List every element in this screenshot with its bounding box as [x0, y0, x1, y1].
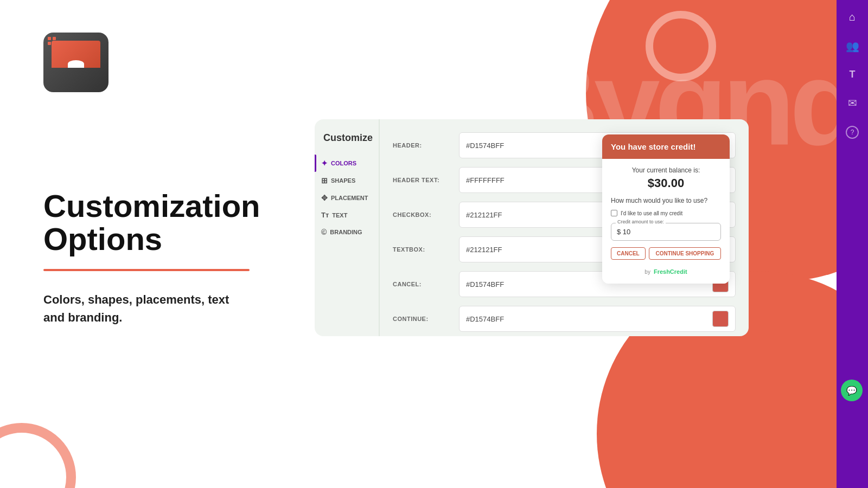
widget-buttons: CANCEL CONTINUE SHOPPING: [611, 247, 721, 260]
sidebar-label-placement: PLACEMENT: [331, 195, 368, 201]
page-heading: Customization Options: [43, 190, 315, 256]
customize-sidebar: Customize ✦ COLORS ⊞ SHAPES ✥ PLACEMENT …: [315, 119, 380, 336]
widget-header: You have store credit!: [602, 134, 730, 159]
sidebar-home-icon[interactable]: ⌂: [849, 11, 856, 23]
text-icon: Tт: [321, 211, 329, 219]
widget-body: Your current balance is: $30.00 How much…: [602, 159, 730, 284]
widget-balance-amount: $30.00: [611, 176, 721, 190]
color-field-label: CANCEL:: [393, 281, 452, 287]
color-field-label: HEADER:: [393, 142, 452, 149]
sidebar-label-branding: BRANDING: [330, 229, 362, 235]
right-sidebar: ⌂ 👥 T ✉ ?: [837, 0, 868, 488]
left-panel: Customization Options Colors, shapes, pl…: [43, 33, 315, 326]
sidebar-type-icon[interactable]: T: [850, 69, 856, 80]
bg-arc-top-right: [646, 11, 716, 81]
widget-credit-box: Credit amount to use: $ 10: [611, 223, 721, 241]
preview-widget: You have store credit! Your current bala…: [602, 134, 730, 284]
logo-dot: [48, 42, 51, 45]
page-subtext: Colors, shapes, placements, textand bran…: [43, 291, 315, 326]
widget-cancel-button[interactable]: CANCEL: [611, 247, 646, 260]
widget-footer-brand: FreshCredit: [654, 268, 687, 275]
chat-fab-button[interactable]: 💬: [841, 380, 863, 401]
sidebar-item-placement[interactable]: ✥ PLACEMENT: [315, 189, 379, 207]
heading-divider: [43, 269, 250, 271]
placement-icon: ✥: [321, 194, 328, 202]
widget-checkbox-row: I'd like to use all my credit: [611, 210, 721, 216]
widget-credit-input[interactable]: $ 10: [617, 228, 715, 236]
sidebar-item-branding[interactable]: © BRANDING: [315, 223, 379, 241]
widget-checkbox[interactable]: [611, 210, 617, 216]
color-field-label: CONTINUE:: [393, 316, 452, 322]
widget-question: How much would you like to use?: [611, 197, 721, 204]
widget-footer-by-label: by: [644, 269, 650, 275]
widget-balance-label: Your current balance is:: [611, 166, 721, 174]
sidebar-label-text: TEXT: [332, 212, 347, 219]
logo-container: [43, 33, 114, 103]
sidebar-label-shapes: SHAPES: [331, 177, 355, 184]
color-field-label: TEXTBOX:: [393, 246, 452, 253]
colors-icon: ✦: [321, 159, 328, 168]
widget-continue-button[interactable]: CONTINUE SHOPPING: [649, 247, 721, 260]
sidebar-help-icon[interactable]: ?: [846, 126, 859, 139]
sidebar-item-text[interactable]: Tт TEXT: [315, 207, 379, 223]
color-swatch[interactable]: [712, 311, 729, 327]
logo-box: [43, 33, 108, 92]
sidebar-users-icon[interactable]: 👥: [846, 40, 859, 53]
widget-credit-legend: Credit amount to use:: [616, 219, 666, 224]
color-input-wrap[interactable]: [459, 306, 736, 332]
color-field-label: CHECKBOX:: [393, 211, 452, 218]
widget-header-title: You have store credit!: [611, 142, 721, 151]
sidebar-item-colors[interactable]: ✦ COLORS: [315, 155, 379, 172]
sidebar-mail-icon[interactable]: ✉: [848, 97, 857, 110]
color-field-label: HEADER TEXT:: [393, 177, 452, 183]
sidebar-item-shapes[interactable]: ⊞ SHAPES: [315, 172, 379, 189]
logo-awning: [52, 41, 100, 68]
shapes-icon: ⊞: [321, 176, 328, 185]
widget-footer: by FreshCredit: [611, 266, 721, 276]
branding-icon: ©: [321, 228, 327, 236]
color-hex-input[interactable]: [466, 315, 708, 323]
logo-dot: [48, 37, 51, 40]
sidebar-label-colors: COLORS: [331, 160, 356, 166]
color-row-continue: CONTINUE:: [393, 306, 736, 332]
widget-checkbox-label: I'd like to use all my credit: [621, 210, 682, 216]
panel-title: Customize: [315, 132, 379, 155]
bg-circle-bottom-left: [0, 423, 76, 488]
logo-dot: [53, 37, 56, 40]
